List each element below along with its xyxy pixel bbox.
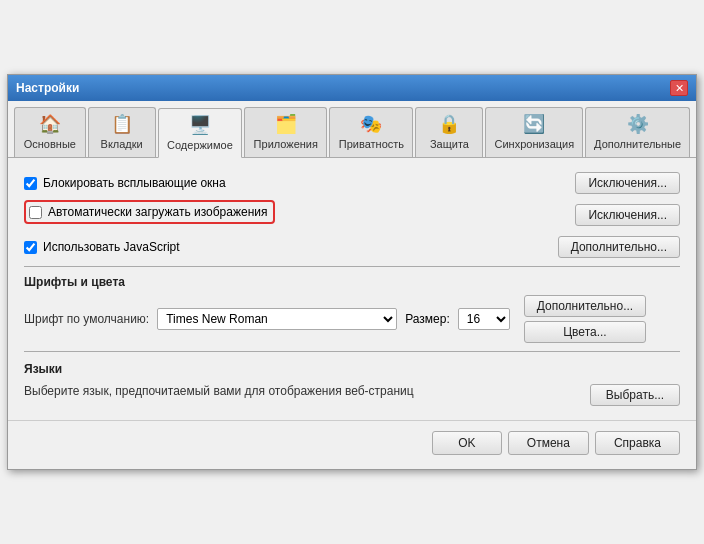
colors-button[interactable]: Цвета... <box>524 321 646 343</box>
tab-basic[interactable]: 🏠 Основные <box>14 107 86 157</box>
window-title: Настройки <box>16 81 79 95</box>
settings-window: Настройки ✕ 🏠 Основные 📋 Вкладки 🖥️ Соде… <box>7 74 697 470</box>
cancel-button[interactable]: Отмена <box>508 431 589 455</box>
exceptions-button-1[interactable]: Исключения... <box>575 172 680 194</box>
tab-sync[interactable]: 🔄 Синхронизация <box>485 107 583 157</box>
basic-icon: 🏠 <box>36 112 64 136</box>
help-button[interactable]: Справка <box>595 431 680 455</box>
use-javascript-checkbox[interactable] <box>24 241 37 254</box>
languages-section-title: Языки <box>24 362 680 376</box>
auto-load-images-highlighted: Автоматически загружать изображения <box>24 200 275 224</box>
security-icon: 🔒 <box>435 112 463 136</box>
tab-privacy-label: Приватность <box>339 138 404 150</box>
auto-load-images-label: Автоматически загружать изображения <box>48 205 267 219</box>
fonts-section-title: Шрифты и цвета <box>24 275 680 289</box>
advanced-fonts-button[interactable]: Дополнительно... <box>524 295 646 317</box>
title-bar: Настройки ✕ <box>8 75 696 101</box>
privacy-icon: 🎭 <box>357 112 385 136</box>
tab-privacy[interactable]: 🎭 Приватность <box>329 107 413 157</box>
tab-tabs-label: Вкладки <box>101 138 143 150</box>
exceptions-button-2[interactable]: Исключения... <box>575 204 680 226</box>
tab-tabs[interactable]: 📋 Вкладки <box>88 107 156 157</box>
languages-section: Языки Выберите язык, предпочитаемый вами… <box>24 362 680 406</box>
select-lang-button[interactable]: Выбрать... <box>590 384 680 406</box>
tab-apps-label: Приложения <box>254 138 318 150</box>
bottom-buttons: OK Отмена Справка <box>8 420 696 469</box>
tab-advanced-label: Дополнительные <box>594 138 681 150</box>
advanced-button[interactable]: Дополнительно... <box>558 236 680 258</box>
tab-basic-label: Основные <box>24 138 76 150</box>
tab-content-label: Содержимое <box>167 139 233 151</box>
font-label: Шрифт по умолчанию: <box>24 312 149 326</box>
main-content: Блокировать всплывающие окна Исключения.… <box>8 158 696 420</box>
fonts-section: Шрифты и цвета Шрифт по умолчанию: Times… <box>24 275 680 343</box>
size-select[interactable]: 10 12 14 16 18 20 24 <box>458 308 510 330</box>
languages-description: Выберите язык, предпочитаемый вами для о… <box>24 384 580 398</box>
tabs-bar: 🏠 Основные 📋 Вкладки 🖥️ Содержимое 🗂️ Пр… <box>8 101 696 158</box>
ok-button[interactable]: OK <box>432 431 502 455</box>
apps-icon: 🗂️ <box>272 112 300 136</box>
tabs-icon: 📋 <box>108 112 136 136</box>
content-icon: 🖥️ <box>186 113 214 137</box>
block-popups-checkbox[interactable] <box>24 177 37 190</box>
tab-security[interactable]: 🔒 Защита <box>415 107 483 157</box>
font-buttons: Дополнительно... Цвета... <box>524 295 646 343</box>
tab-advanced[interactable]: ⚙️ Дополнительные <box>585 107 690 157</box>
tab-security-label: Защита <box>430 138 469 150</box>
block-popups-label: Блокировать всплывающие окна <box>43 176 226 190</box>
use-javascript-label: Использовать JavaScript <box>43 240 180 254</box>
auto-load-images-checkbox[interactable] <box>29 206 42 219</box>
tab-apps[interactable]: 🗂️ Приложения <box>244 107 327 157</box>
font-select[interactable]: Times New Roman Arial Verdana Georgia Co… <box>157 308 397 330</box>
size-label: Размер: <box>405 312 450 326</box>
advanced-icon: ⚙️ <box>624 112 652 136</box>
tab-content[interactable]: 🖥️ Содержимое <box>158 108 243 158</box>
font-row: Шрифт по умолчанию: Times New Roman Aria… <box>24 295 680 343</box>
languages-row: Выберите язык, предпочитаемый вами для о… <box>24 384 680 406</box>
tab-sync-label: Синхронизация <box>494 138 574 150</box>
close-button[interactable]: ✕ <box>670 80 688 96</box>
sync-icon: 🔄 <box>520 112 548 136</box>
